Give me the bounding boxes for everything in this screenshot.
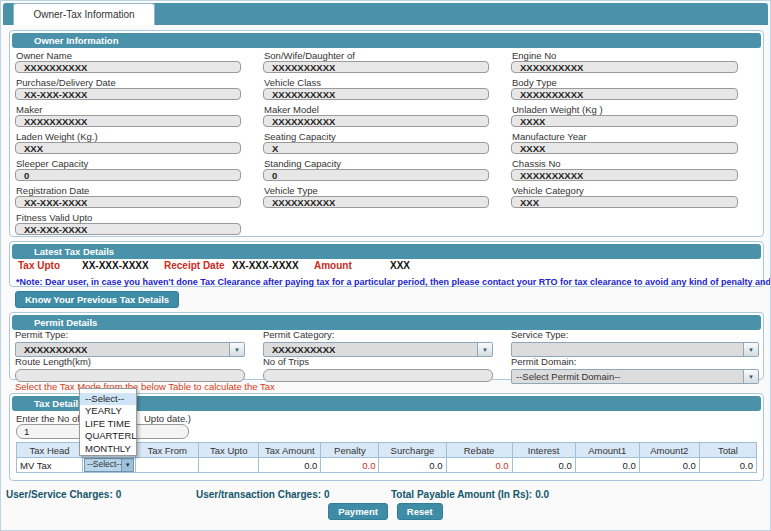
unladen-weight-input[interactable]: XXXX bbox=[511, 115, 738, 127]
transaction-charges-label: User/transaction Charges: bbox=[196, 489, 321, 500]
maker-model-input[interactable]: XXXXXXXXXX bbox=[263, 115, 489, 127]
laden-weight-input[interactable]: XXX bbox=[15, 142, 241, 154]
col-tax-head: Tax Head bbox=[17, 443, 83, 458]
field-label: Standing Capacity bbox=[263, 158, 489, 169]
field-owner-name: Owner NameXXXXXXXXXX bbox=[15, 50, 241, 77]
field-label: Engine No bbox=[511, 50, 738, 61]
tax-mode-select[interactable]: --Select-- ▼ bbox=[84, 458, 134, 472]
tax-clearance-note: *Note: Dear user, in case you haven't do… bbox=[10, 277, 763, 287]
owner-information-section: Owner Information Owner NameXXXXXXXXXX S… bbox=[9, 30, 764, 237]
seating-capacity-input[interactable]: X bbox=[263, 142, 489, 154]
tab-owner-tax-information[interactable]: Owner-Tax Information bbox=[13, 3, 155, 25]
sleeper-capacity-input[interactable]: 0 bbox=[15, 169, 241, 181]
no-of-trips-input[interactable] bbox=[263, 369, 493, 382]
payment-button[interactable]: Payment bbox=[328, 503, 388, 520]
owner-name-input[interactable]: XXXXXXXXXX bbox=[15, 61, 241, 73]
field-label: Vehicle Class bbox=[263, 77, 489, 88]
field-permit-category: Permit Category: XXXXXXXXXX ▼ bbox=[263, 330, 493, 357]
field-sleeper-capacity: Sleeper Capacity0 bbox=[15, 158, 241, 185]
total-payable-label: Total Payable Amount (In Rs): bbox=[391, 489, 532, 500]
dropdown-option-quarterly[interactable]: QUARTERLY bbox=[80, 430, 136, 442]
field-route-length: Route Length(km) bbox=[15, 357, 245, 382]
know-previous-tax-button[interactable]: Know Your Previous Tax Details bbox=[15, 291, 179, 308]
service-charges-value: 0 bbox=[116, 489, 122, 500]
dropdown-option-monthly[interactable]: MONTHLY bbox=[80, 443, 136, 455]
owner-information-header: Owner Information bbox=[12, 33, 761, 48]
field-label: Route Length(km) bbox=[15, 357, 245, 367]
body-type-input[interactable]: XXXXXXXXXX bbox=[511, 88, 738, 100]
manufacture-year-input[interactable]: XXXX bbox=[511, 142, 738, 154]
field-service-type: Service Type: ▼ bbox=[511, 330, 759, 357]
tax-mode-instruction: Select the Tax Mode from the below Table… bbox=[15, 381, 275, 392]
amount-label: Amount bbox=[314, 260, 352, 271]
permit-type-select[interactable]: XXXXXXXXXX ▼ bbox=[15, 342, 245, 357]
chevron-down-icon[interactable]: ▼ bbox=[743, 370, 758, 383]
chevron-down-icon[interactable]: ▼ bbox=[121, 459, 133, 471]
latest-tax-details-section: Latest Tax Details Tax Upto XX-XXX-XXXX … bbox=[9, 241, 764, 287]
vehicle-type-input[interactable]: XXXXXXXXXX bbox=[263, 196, 489, 208]
purchase-delivery-date-input[interactable]: XX-XXX-XXXX bbox=[15, 88, 241, 100]
total-payable-value: 0.0 bbox=[535, 489, 549, 500]
tax-amount-cell: 0.0 bbox=[259, 458, 321, 473]
chassis-no-input[interactable]: XXXXXXXXXX bbox=[511, 169, 738, 181]
field-seating-capacity: Seating CapacityX bbox=[263, 131, 489, 158]
field-manufacture-year: Manufacture YearXXXX bbox=[511, 131, 738, 158]
field-label: Maker Model bbox=[263, 104, 489, 115]
standing-capacity-input[interactable]: 0 bbox=[263, 169, 489, 181]
field-vehicle-type: Vehicle TypeXXXXXXXXXX bbox=[263, 185, 489, 212]
tax-mode-dropdown-list: --Select-- YEARLY LIFE TIME QUARTERLY MO… bbox=[79, 388, 137, 456]
permit-type-value: XXXXXXXXXX bbox=[16, 343, 229, 356]
permit-domain-select[interactable]: --Select Permit Domain-- ▼ bbox=[511, 369, 759, 384]
surcharge-cell: 0.0 bbox=[379, 458, 446, 473]
fitness-valid-upto-input[interactable]: XX-XXX-XXXX bbox=[15, 223, 241, 235]
col-rebate: Rebate bbox=[446, 443, 512, 458]
tax-upto-label: Tax Upto bbox=[18, 260, 60, 271]
owner-information-grid: Owner NameXXXXXXXXXX Son/Wife/Daughter o… bbox=[10, 49, 763, 239]
amount-value: XXX bbox=[390, 260, 410, 271]
col-tax-amount: Tax Amount bbox=[259, 443, 321, 458]
field-chassis-no: Chassis NoXXXXXXXXXX bbox=[511, 158, 738, 185]
service-charges-label: User/Service Charges: bbox=[6, 489, 113, 500]
amount1-cell: 0.0 bbox=[575, 458, 639, 473]
dropdown-option-life-time[interactable]: LIFE TIME bbox=[80, 418, 136, 430]
col-tax-upto: Tax Upto bbox=[199, 443, 259, 458]
tax-mode-cell: --Select-- ▼ bbox=[83, 458, 136, 473]
tax-from-cell bbox=[136, 458, 199, 473]
tax-mode-value: --Select-- bbox=[85, 459, 121, 471]
engine-no-input[interactable]: XXXXXXXXXX bbox=[511, 61, 738, 73]
chevron-down-icon[interactable]: ▼ bbox=[743, 343, 758, 356]
field-label: Unladen Weight (Kg ) bbox=[511, 104, 738, 115]
field-label: Sleeper Capacity bbox=[15, 158, 241, 169]
tax-upto-value: XX-XXX-XXXX bbox=[82, 260, 149, 271]
permit-category-select[interactable]: XXXXXXXXXX ▼ bbox=[263, 342, 493, 357]
tax-upto-cell bbox=[199, 458, 259, 473]
field-son-wife-daughter: Son/Wife/Daughter ofXXXXXXXXXX bbox=[263, 50, 489, 77]
dropdown-option-yearly[interactable]: YEARLY bbox=[80, 405, 136, 417]
col-interest: Interest bbox=[512, 443, 575, 458]
transaction-charges: User/transaction Charges:0 bbox=[196, 489, 330, 500]
dropdown-option-select[interactable]: --Select-- bbox=[80, 393, 136, 405]
reset-button[interactable]: Reset bbox=[397, 503, 443, 520]
field-label: Seating Capacity bbox=[263, 131, 489, 142]
maker-input[interactable]: XXXXXXXXXX bbox=[15, 115, 241, 127]
field-maker: MakerXXXXXXXXXX bbox=[15, 104, 241, 131]
receipt-date-value: XX-XXX-XXXX bbox=[232, 260, 299, 271]
vehicle-category-input[interactable]: XXX bbox=[511, 196, 738, 208]
penalty-cell: 0.0 bbox=[321, 458, 379, 473]
field-label: Service Type: bbox=[511, 330, 759, 340]
registration-date-input[interactable]: XX-XXX-XXXX bbox=[15, 196, 241, 208]
service-type-select[interactable]: ▼ bbox=[511, 342, 759, 357]
permit-details-header: Permit Details bbox=[12, 315, 761, 330]
months-label-right: Upto date.) bbox=[144, 413, 191, 424]
chevron-down-icon[interactable]: ▼ bbox=[229, 343, 244, 356]
field-standing-capacity: Standing Capacity0 bbox=[263, 158, 489, 185]
latest-tax-row: Tax Upto XX-XXX-XXXX Receipt Date XX-XXX… bbox=[10, 260, 763, 274]
transaction-charges-value: 0 bbox=[324, 489, 330, 500]
chevron-down-icon[interactable]: ▼ bbox=[477, 343, 492, 356]
field-label: Son/Wife/Daughter of bbox=[263, 50, 489, 61]
vehicle-class-input[interactable]: XXXXXXXXXX bbox=[263, 88, 489, 100]
son-wife-daughter-input[interactable]: XXXXXXXXXX bbox=[263, 61, 489, 73]
col-penalty: Penalty bbox=[321, 443, 379, 458]
mv-tax-cell: MV Tax bbox=[17, 458, 83, 473]
owner-tax-page: Owner-Tax Information Owner Information … bbox=[0, 0, 771, 531]
